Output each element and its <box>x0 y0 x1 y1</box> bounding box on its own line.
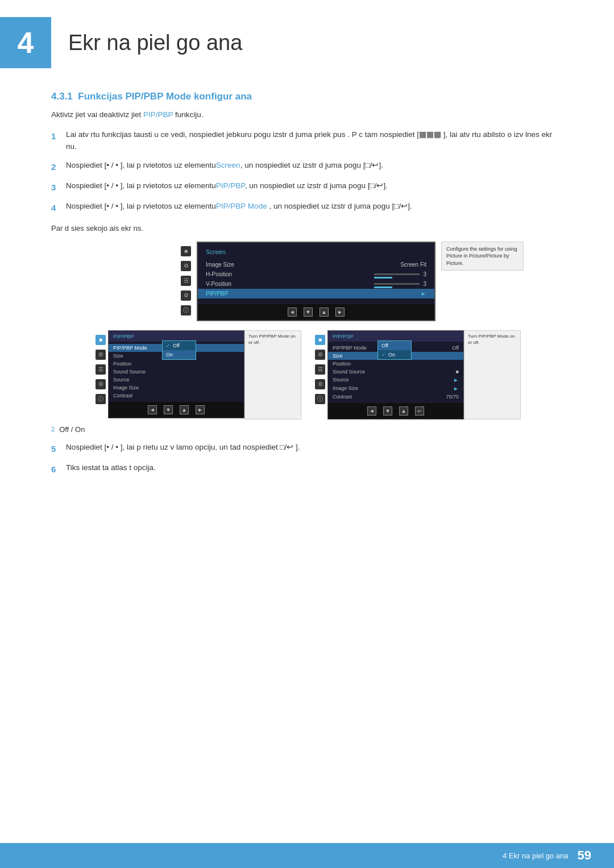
screen-row-vpos: V-Position 3 <box>206 279 426 289</box>
left-icon-gear: ⚙ <box>96 379 106 389</box>
left-panel-controls: ◄ ▼ ▲ ► <box>109 402 244 418</box>
icon-info: ⓘ <box>181 305 191 315</box>
icon-gear: ⚙ <box>181 290 191 301</box>
icon-display: ■ <box>181 246 191 256</box>
icon-settings: ⚙ <box>181 261 191 271</box>
left-panel-container: PIP/PBP PIP/PBP Mode Size Position Sound… <box>108 330 244 420</box>
right-ctrl-up: ▲ <box>399 406 408 416</box>
right-dropdown-off: Off <box>378 341 411 350</box>
right-row-sound: Sound Source ■ <box>328 368 463 376</box>
screen-row-imagesize: Image Size Screen Fit <box>206 260 426 269</box>
step-5: 5 Nospiediet [• / • ], lai p rietu uz v … <box>51 442 563 455</box>
icon-menu: ☰ <box>181 276 191 286</box>
ctrl-left: ◄ <box>288 308 297 317</box>
right-ctrl-right: ↩ <box>415 406 424 416</box>
right-panel-group: ■ ⚙ ☰ ⚙ ⓘ PIP/PSP PIP/PBP Mode Off Size <box>313 330 521 420</box>
step-1: 1 Lai atv rtu funkcijas tausti u ce vedi… <box>51 129 563 153</box>
chapter-number: 4 <box>0 17 51 68</box>
content-area: 4.3.1 Funkcijas PIP/PBP Mode konfigur an… <box>0 91 614 476</box>
right-row-source: Source ► <box>328 376 463 384</box>
right-panel-controls: ◄ ▼ ▲ ↩ <box>328 403 463 419</box>
intro-paragraph: Aktiviz jiet vai deaktiviz jiet PIP/PBP … <box>51 110 563 119</box>
left-row-source: Source <box>109 376 244 384</box>
right-icon-menu: ☰ <box>315 364 325 375</box>
right-ctrl-left: ◄ <box>367 406 376 416</box>
steps-list: 1 Lai atv rtu funkcijas tausti u ce vedi… <box>51 129 563 215</box>
left-icon-menu: ☰ <box>96 364 106 375</box>
right-panel-container: PIP/PSP PIP/PBP Mode Off Size Position <box>327 330 464 420</box>
dropdown-on: On <box>163 350 196 359</box>
right-dropdown: Off ✓ On <box>377 340 412 360</box>
left-panel-group: ■ ⚙ ☰ ⚙ ⓘ PIP/PBP PIP/PBP Mode Size <box>93 330 301 420</box>
right-panel-side-icons: ■ ⚙ ☰ ⚙ ⓘ <box>313 330 327 420</box>
right-icon-gear: ⚙ <box>315 379 325 389</box>
sub-note: 2 Off / On <box>51 425 563 434</box>
chapter-title: Ekr na piel go ana <box>68 31 242 55</box>
par-d-sies-text: Par d sies sekojo ais ekr ns. <box>51 224 563 232</box>
chapter-banner: 4 Ekr na piel go ana <box>0 0 614 80</box>
screen-row-hpos: H-Position 3 <box>206 269 426 279</box>
right-icon-display: ■ <box>315 335 325 345</box>
right-row-position: Position <box>328 360 463 368</box>
right-icon-settings: ⚙ <box>315 350 325 360</box>
right-panel-tooltip: Turn PIP/PBP Mode on or off. <box>464 330 521 420</box>
footer-chapter-text: 4 Ekr na piel go ana <box>503 852 569 860</box>
left-row-contrast: Contrast <box>109 392 244 400</box>
step-4: 4 Nospiediet [• / • ], lai p rvietotos u… <box>51 201 563 214</box>
screen-panel-wrap: Screen Image Size Screen Fit H-Position … <box>197 242 435 321</box>
left-ctrl-right: ► <box>196 405 205 414</box>
monitor-screen: Screen Image Size Screen Fit H-Position … <box>197 242 435 321</box>
left-icon-info: ⓘ <box>96 394 106 404</box>
step-3: 3 Nospiediet [• / • ], lai p rvietotos u… <box>51 180 563 194</box>
screen-menu-body: Screen Image Size Screen Fit H-Position … <box>198 243 434 304</box>
left-row-position: Position <box>109 360 244 368</box>
sub-note-text: Off / On <box>59 425 85 434</box>
left-panel-tooltip: Turn PIP/PBP Mode on or off. <box>244 330 301 420</box>
ctrl-down: ▼ <box>304 308 313 317</box>
pip-pbp-ref: PIP/PBP <box>143 110 173 119</box>
left-ctrl-left: ◄ <box>148 405 157 414</box>
footer-page-number: 59 <box>578 848 591 863</box>
screen-ref: Screen <box>216 161 240 169</box>
ctrl-up: ▲ <box>320 308 329 317</box>
dropdown-off: ✓ Off <box>163 341 196 350</box>
pip-panels-row: ■ ⚙ ☰ ⚙ ⓘ PIP/PBP PIP/PBP Mode Size <box>51 330 563 420</box>
screen-menu-title: Screen <box>206 248 426 255</box>
pip-mode-ref: PIP/PBP Mode <box>216 202 267 210</box>
screen-tooltip: Configure the settings for using Picture… <box>441 242 524 271</box>
left-icon-display: ■ <box>96 335 106 345</box>
pip-dropdown: ✓ Off On <box>162 340 196 360</box>
footer: 4 Ekr na piel go ana 59 <box>0 843 614 868</box>
ctrl-right: ► <box>335 308 345 317</box>
right-icon-info: ⓘ <box>315 394 325 404</box>
left-row-imgsize: Image Size <box>109 384 244 392</box>
right-ctrl-down: ▼ <box>383 406 392 416</box>
section-heading: 4.3.1 Funkcijas PIP/PBP Mode konfigur an… <box>51 91 563 102</box>
screen-controls: ◄ ▼ ▲ ► <box>198 304 434 320</box>
left-icon-settings: ⚙ <box>96 350 106 360</box>
steps-list-2: 5 Nospiediet [• / • ], lai p rietu uz v … <box>51 442 563 476</box>
right-row-imgsize: Image Size ► <box>328 384 463 393</box>
left-ctrl-up: ▲ <box>180 405 189 414</box>
step-2: 2 Nospiediet [• / • ], lai p rvietotos u… <box>51 160 563 173</box>
step-6: 6 Tiks iestat ta atlas t opcija. <box>51 462 563 476</box>
left-ctrl-down: ▼ <box>164 405 173 414</box>
right-row-contrast: Contrast 75/75 <box>328 393 463 401</box>
screen-menu-screenshot: ■ ⚙ ☰ ⚙ ⓘ Screen Image Size Screen Fit <box>51 242 563 321</box>
side-icons-left: ■ ⚙ ☰ ⚙ ⓘ <box>179 242 193 320</box>
left-row-sound: Sound Source <box>109 368 244 376</box>
screen-row-pip: PIP/PBP ► <box>198 289 434 298</box>
right-dropdown-on: ✓ On <box>378 350 411 359</box>
left-panel-side-icons: ■ ⚙ ☰ ⚙ ⓘ <box>93 330 108 420</box>
pip-ref: PIP/PBP <box>216 181 245 190</box>
